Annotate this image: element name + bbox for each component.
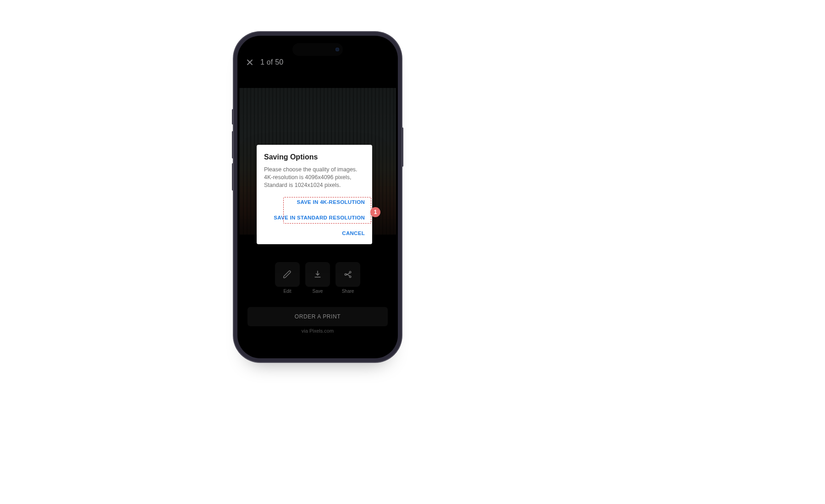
- phone-volume-up: [232, 131, 234, 159]
- save-4k-button[interactable]: SAVE IN 4K-RESOLUTION: [297, 197, 365, 208]
- phone-volume-down: [232, 163, 234, 191]
- save-standard-button[interactable]: SAVE IN STANDARD RESOLUTION: [274, 212, 365, 223]
- callout-badge: 1: [370, 207, 380, 217]
- phone-silent-switch: [232, 109, 234, 125]
- phone-power-button: [402, 127, 403, 167]
- saving-options-modal: Saving Options Please choose the quality…: [257, 145, 372, 244]
- modal-title: Saving Options: [264, 153, 365, 161]
- cancel-button[interactable]: CANCEL: [342, 228, 365, 239]
- callout-badge-number: 1: [374, 209, 377, 215]
- modal-actions: SAVE IN 4K-RESOLUTION SAVE IN STANDARD R…: [264, 197, 365, 241]
- modal-body: Please choose the quality of images. 4K-…: [264, 166, 365, 189]
